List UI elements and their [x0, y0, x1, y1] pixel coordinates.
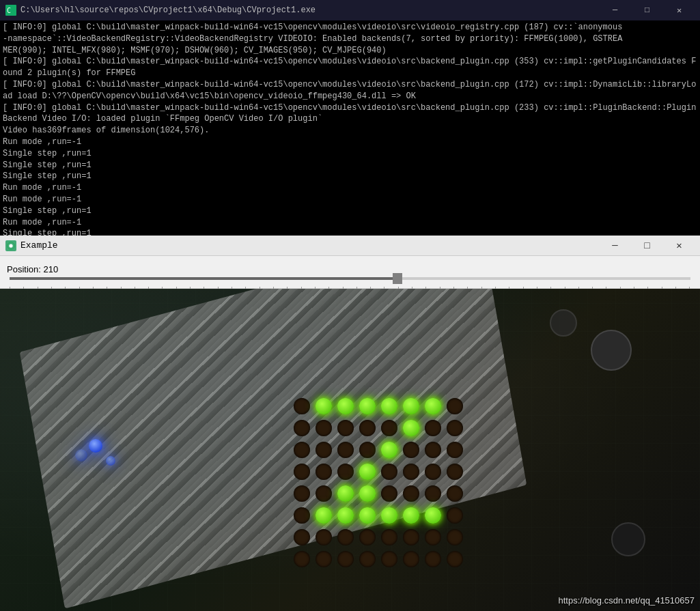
led-6-7: [447, 529, 463, 545]
led-matrix: [294, 398, 466, 570]
led-0-3: [359, 398, 376, 414]
example-titlebar: Example ─ □ ✕: [0, 236, 700, 256]
led-1-5: [403, 420, 419, 436]
led-2-1: [316, 442, 332, 458]
console-titlebar: C C:\Users\hl\source\repos\CVproject1\x6…: [0, 0, 700, 20]
led-7-7: [447, 551, 463, 567]
led-7-2: [337, 551, 354, 567]
console-minimize-button[interactable]: ─: [600, 0, 630, 20]
led-5-4: [381, 507, 397, 524]
led-6-6: [425, 529, 441, 545]
blue-led-1: [89, 439, 102, 453]
led-4-2: [337, 485, 354, 502]
example-window: Example ─ □ ✕ Position: 210: [0, 236, 700, 611]
led-3-5: [403, 464, 419, 480]
component-2: [550, 309, 577, 337]
image-area: https://blog.csdn.net/qq_41510657: [0, 289, 700, 611]
led-0-0: [294, 398, 310, 414]
led-2-6: [425, 442, 441, 458]
led-6-5: [403, 529, 419, 545]
led-0-7: [447, 398, 463, 414]
led-6-2: [337, 529, 354, 545]
opencv-icon: [5, 240, 16, 251]
console-maximize-button[interactable]: □: [632, 0, 662, 20]
led-5-3: [359, 507, 376, 524]
svg-point-3: [9, 244, 12, 247]
led-3-4: [381, 464, 397, 480]
led-3-0: [294, 464, 310, 480]
led-4-6: [425, 485, 441, 502]
led-3-1: [316, 464, 332, 480]
component-1: [591, 330, 632, 371]
console-window: C C:\Users\hl\source\repos\CVproject1\x6…: [0, 0, 700, 236]
blue-led-3: [75, 449, 87, 461]
component-3: [611, 522, 645, 556]
led-1-6: [425, 420, 441, 436]
svg-text:C: C: [7, 7, 11, 14]
led-4-7: [447, 485, 463, 502]
led-5-7: [447, 507, 463, 524]
led-1-1: [316, 420, 332, 436]
led-4-1: [316, 485, 332, 502]
trackbar-row: [7, 277, 693, 280]
led-0-5: [403, 398, 419, 414]
led-1-4: [381, 420, 397, 436]
trackbar-track[interactable]: [10, 277, 690, 280]
led-7-3: [359, 551, 376, 567]
trackbar-fill: [10, 277, 397, 280]
led-5-2: [337, 507, 354, 524]
led-3-3: [359, 464, 376, 480]
led-7-0: [294, 551, 310, 567]
example-title: Example: [20, 240, 600, 251]
led-2-4: [381, 442, 397, 458]
led-6-3: [359, 529, 376, 545]
watermark: https://blog.csdn.net/qq_41510657: [559, 595, 695, 606]
led-4-0: [294, 485, 310, 502]
led-0-1: [316, 398, 332, 414]
led-5-1: [316, 507, 332, 524]
led-2-0: [294, 442, 310, 458]
led-0-4: [381, 398, 397, 414]
example-maximize-button[interactable]: □: [632, 236, 662, 256]
led-5-6: [425, 507, 441, 524]
led-1-0: [294, 420, 310, 436]
console-window-controls: ─ □ ✕: [600, 0, 695, 20]
led-5-5: [403, 507, 419, 524]
led-3-7: [447, 464, 463, 480]
led-0-6: [425, 398, 441, 414]
trackbar-area: Position: 210: [0, 256, 700, 289]
console-output: [ INFO:0] global C:\build\master_winpack…: [0, 20, 700, 236]
console-close-button[interactable]: ✕: [664, 0, 695, 20]
led-4-3: [359, 485, 376, 502]
led-4-4: [381, 485, 397, 502]
led-4-5: [403, 485, 419, 502]
led-6-1: [316, 529, 332, 545]
console-title: C:\Users\hl\source\repos\CVproject1\x64\…: [20, 5, 600, 15]
led-2-5: [403, 442, 419, 458]
example-close-button[interactable]: ✕: [664, 236, 695, 256]
led-2-3: [359, 442, 376, 458]
led-6-4: [381, 529, 397, 545]
led-1-7: [447, 420, 463, 436]
led-2-7: [447, 442, 463, 458]
example-window-controls: ─ □ ✕: [600, 236, 695, 256]
led-7-4: [381, 551, 397, 567]
led-2-2: [337, 442, 354, 458]
led-7-6: [425, 551, 441, 567]
led-0-2: [337, 398, 354, 414]
led-3-6: [425, 464, 441, 480]
led-1-2: [337, 420, 354, 436]
example-minimize-button[interactable]: ─: [600, 236, 630, 256]
led-7-5: [403, 551, 419, 567]
console-icon: C: [5, 5, 16, 16]
trackbar-label: Position: 210: [7, 264, 693, 274]
led-7-1: [316, 551, 332, 567]
led-3-2: [337, 464, 354, 480]
blue-led-2: [106, 456, 115, 466]
trackbar-thumb[interactable]: [393, 273, 402, 284]
led-5-0: [294, 507, 310, 524]
led-6-0: [294, 529, 310, 545]
led-1-3: [359, 420, 376, 436]
